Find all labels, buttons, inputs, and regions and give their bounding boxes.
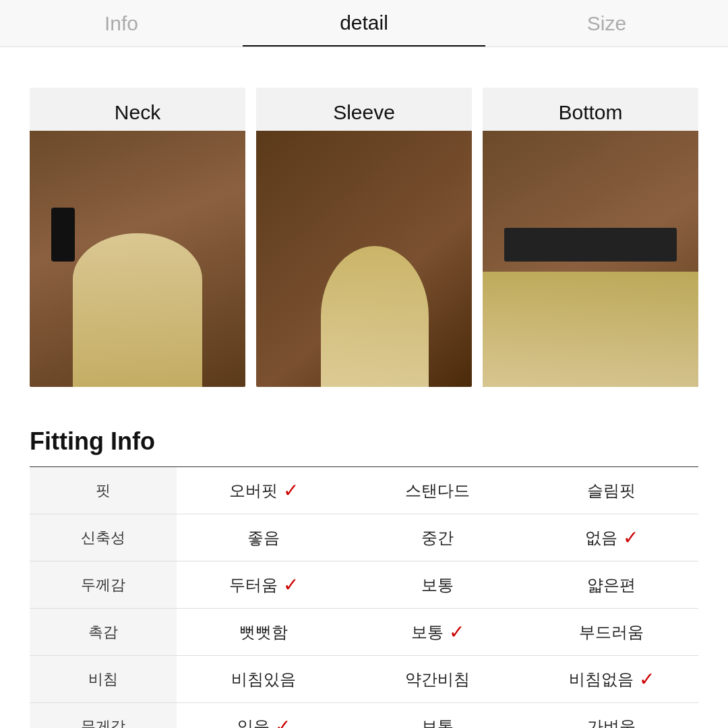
cell-content: 슬림핏 <box>587 480 636 502</box>
row-cell: 보통 <box>351 562 524 609</box>
cell-content: 보통 <box>421 716 454 729</box>
fitting-info-title: Fitting Info <box>30 427 698 456</box>
row-cell: 부드러움 <box>524 609 698 656</box>
cell-content: 약간비침 <box>405 669 470 690</box>
card-label-neck: Neck <box>30 88 245 131</box>
row-cell: 보통 <box>351 703 524 729</box>
row-cell: 있음✓ <box>177 703 351 729</box>
row-label: 촉감 <box>30 609 177 656</box>
row-cell: 비침있음 <box>177 656 351 703</box>
row-cell: 좋음 <box>177 514 351 562</box>
row-label: 무게감 <box>30 703 177 729</box>
cell-content: 중간 <box>421 527 454 549</box>
cell-content: 보통 <box>421 574 454 596</box>
tab-info-label: Info <box>104 12 138 35</box>
cell-content: 보통✓ <box>411 621 464 643</box>
cell-content: 좋음 <box>247 527 280 549</box>
cell-content: 비침없음✓ <box>569 668 655 690</box>
card-label-bottom: Bottom <box>483 88 698 131</box>
row-label: 비침 <box>30 656 177 703</box>
row-cell: 뻣뻣함 <box>177 609 351 656</box>
cell-content: 얇은편 <box>587 574 636 596</box>
cell-content: 있음✓ <box>237 715 291 728</box>
cell-content: 뻣뻣함 <box>239 621 288 643</box>
checkmark-icon: ✓ <box>639 668 655 690</box>
cell-content: 부드러움 <box>579 621 644 643</box>
tab-size-label: Size <box>587 12 626 35</box>
row-label: 신축성 <box>30 514 177 562</box>
row-cell: 보통✓ <box>351 609 524 656</box>
tab-size[interactable]: Size <box>485 0 728 47</box>
main-content: Neck Sleeve Bottom Fitting Info 핏오버핏✓스탠다… <box>0 47 728 728</box>
cell-content: 오버핏✓ <box>229 479 299 502</box>
cell-content: 없음✓ <box>585 526 638 549</box>
row-cell: 얇은편 <box>524 562 698 609</box>
detail-card-neck: Neck <box>30 88 245 387</box>
row-label: 핏 <box>30 467 177 514</box>
row-cell: 중간 <box>351 514 524 562</box>
row-cell: 없음✓ <box>524 514 698 562</box>
fitting-table: 핏오버핏✓스탠다드슬림핏신축성좋음중간없음✓두께감두터움✓보통얇은편촉감뻣뻣함보… <box>30 466 698 728</box>
tab-detail[interactable]: detail <box>243 0 485 47</box>
detail-card-sleeve: Sleeve <box>256 88 472 387</box>
card-label-sleeve: Sleeve <box>256 88 472 131</box>
table-row: 두께감두터움✓보통얇은편 <box>30 562 698 609</box>
table-row: 촉감뻣뻣함보통✓부드러움 <box>30 609 698 656</box>
neck-image <box>30 131 245 387</box>
detail-card-bottom: Bottom <box>483 88 698 387</box>
cell-content: 두터움✓ <box>229 574 299 596</box>
checkmark-icon: ✓ <box>275 715 291 728</box>
row-cell: 오버핏✓ <box>177 467 351 514</box>
checkmark-icon: ✓ <box>623 526 638 549</box>
table-row: 신축성좋음중간없음✓ <box>30 514 698 562</box>
table-row: 무게감있음✓보통가벼움 <box>30 703 698 729</box>
sleeve-image <box>256 131 472 387</box>
tab-detail-label: detail <box>340 11 388 34</box>
cell-content: 가벼움 <box>587 716 636 729</box>
checkmark-icon: ✓ <box>283 574 299 596</box>
tab-info[interactable]: Info <box>0 0 243 47</box>
row-cell: 가벼움 <box>524 703 698 729</box>
bottom-image <box>483 131 698 387</box>
cell-content: 스탠다드 <box>405 480 470 502</box>
detail-images-section: Neck Sleeve Bottom <box>30 88 698 387</box>
row-cell: 두터움✓ <box>177 562 351 609</box>
checkmark-icon: ✓ <box>449 621 464 643</box>
table-row: 핏오버핏✓스탠다드슬림핏 <box>30 467 698 514</box>
row-cell: 약간비침 <box>351 656 524 703</box>
fitting-info-section: Fitting Info 핏오버핏✓스탠다드슬림핏신축성좋음중간없음✓두께감두터… <box>30 427 698 728</box>
row-cell: 슬림핏 <box>524 467 698 514</box>
row-label: 두께감 <box>30 562 177 609</box>
checkmark-icon: ✓ <box>283 479 299 502</box>
table-row: 비침비침있음약간비침비침없음✓ <box>30 656 698 703</box>
row-cell: 비침없음✓ <box>524 656 698 703</box>
row-cell: 스탠다드 <box>351 467 524 514</box>
tab-navigation: Info detail Size <box>0 0 728 47</box>
cell-content: 비침있음 <box>231 669 296 690</box>
